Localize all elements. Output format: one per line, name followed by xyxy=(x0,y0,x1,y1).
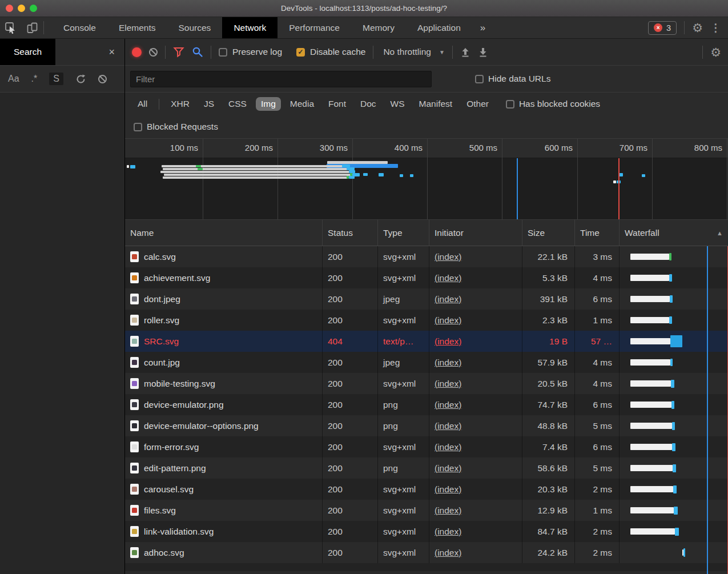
column-header-status[interactable]: Status xyxy=(323,220,378,246)
kebab-menu-icon[interactable]: ⋮ xyxy=(710,21,721,34)
cell-name[interactable]: device-emulator.png xyxy=(125,394,323,415)
error-badge[interactable]: × 3 xyxy=(648,21,677,35)
cell-name[interactable]: device-emulator--options.png xyxy=(125,415,323,436)
initiator-link[interactable]: (index) xyxy=(435,315,461,326)
cell-name[interactable]: dont.jpeg xyxy=(125,288,323,310)
network-settings-gear-icon[interactable]: ⚙ xyxy=(710,46,721,58)
cell-name[interactable]: adhoc.svg xyxy=(125,542,323,563)
throttling-select[interactable]: No throttling ▼ xyxy=(383,47,444,57)
filter-chip-doc[interactable]: Doc xyxy=(355,97,381,111)
initiator-link[interactable]: (index) xyxy=(435,252,461,262)
tab-elements[interactable]: Elements xyxy=(107,17,167,38)
tab-console[interactable]: Console xyxy=(52,17,107,38)
filter-funnel-icon[interactable] xyxy=(173,47,184,58)
filter-chip-js[interactable]: JS xyxy=(199,97,219,111)
cell-name[interactable]: calc.svg xyxy=(125,246,323,267)
cell-name[interactable]: link-validation.svg xyxy=(125,521,323,542)
request-row[interactable]: files.svg200svg+xml(index)12.9 kB1 ms xyxy=(125,500,728,521)
initiator-link[interactable]: (index) xyxy=(435,527,461,537)
request-row[interactable]: achievement.svg200svg+xml(index)5.3 kB4 … xyxy=(125,267,728,288)
filter-chip-all[interactable]: All xyxy=(132,97,152,111)
column-header-size[interactable]: Size xyxy=(522,220,575,246)
initiator-link[interactable]: (index) xyxy=(435,336,461,347)
cell-name[interactable]: files.svg xyxy=(125,500,323,521)
cell-name[interactable]: roller.svg xyxy=(125,310,323,331)
column-header-time[interactable]: Time xyxy=(575,220,620,246)
cell-name[interactable]: mobile-testing.svg xyxy=(125,373,323,394)
close-window-button[interactable] xyxy=(6,5,13,12)
tab-network[interactable]: Network xyxy=(222,17,277,38)
disable-cache-checkbox[interactable] xyxy=(296,48,305,57)
initiator-link[interactable]: (index) xyxy=(435,484,461,495)
export-har-icon[interactable] xyxy=(478,47,488,58)
request-row[interactable]: roller.svg200svg+xml(index)2.3 kB1 ms xyxy=(125,310,728,331)
zoom-window-button[interactable] xyxy=(30,5,37,12)
initiator-link[interactable]: (index) xyxy=(435,463,461,473)
request-row[interactable]: form-error.svg200svg+xml(index)7.4 kB6 m… xyxy=(125,436,728,457)
cell-name[interactable]: SRC.svg xyxy=(125,331,323,352)
settings-gear-icon[interactable]: ⚙ xyxy=(692,22,703,34)
column-header-waterfall[interactable]: Waterfall ▲ xyxy=(620,220,728,246)
initiator-link[interactable]: (index) xyxy=(435,273,461,283)
search-icon[interactable] xyxy=(192,46,203,58)
cell-name[interactable]: count.jpg xyxy=(125,352,323,373)
request-row[interactable]: link-validation.svg200svg+xml(index)84.7… xyxy=(125,521,728,542)
tab-sources[interactable]: Sources xyxy=(167,17,223,38)
search-scope-toggle[interactable]: S xyxy=(49,73,63,85)
request-row[interactable]: count.jpg200jpeg(index)57.9 kB4 ms xyxy=(125,352,728,373)
network-overview[interactable]: 100 ms200 ms300 ms400 ms500 ms600 ms700 … xyxy=(125,139,728,220)
match-case-button[interactable]: Aa xyxy=(8,74,19,84)
request-row[interactable]: SRC.svg404text/p…(index)19 B57 … xyxy=(125,331,728,352)
filter-chip-manifest[interactable]: Manifest xyxy=(414,97,458,111)
hide-data-urls-checkbox[interactable] xyxy=(475,75,484,83)
filter-input[interactable] xyxy=(130,71,432,87)
clear-search-icon[interactable] xyxy=(98,75,107,83)
filter-chip-ws[interactable]: WS xyxy=(385,97,410,111)
request-row[interactable]: carousel.svg200svg+xml(index)20.3 kB2 ms xyxy=(125,479,728,500)
initiator-link[interactable]: (index) xyxy=(435,379,461,389)
search-tab[interactable]: Search xyxy=(0,39,55,65)
refresh-icon[interactable] xyxy=(75,74,86,85)
initiator-link[interactable]: (index) xyxy=(435,442,461,452)
tab-memory[interactable]: Memory xyxy=(351,17,406,38)
request-row[interactable]: adhoc.svg200svg+xml(index)24.2 kB2 ms xyxy=(125,542,728,563)
filter-chip-other[interactable]: Other xyxy=(461,97,494,111)
cell-name[interactable]: carousel.svg xyxy=(125,479,323,500)
column-header-name[interactable]: Name xyxy=(125,220,323,246)
initiator-link[interactable]: (index) xyxy=(435,294,461,304)
record-button[interactable] xyxy=(132,47,142,57)
close-icon[interactable]: × xyxy=(108,46,115,58)
initiator-link[interactable]: (index) xyxy=(435,505,461,516)
regex-button[interactable]: .* xyxy=(31,74,38,84)
request-row[interactable]: device-emulator.png200png(index)74.7 kB6… xyxy=(125,394,728,415)
cell-name[interactable]: form-error.svg xyxy=(125,436,323,457)
more-tabs-button[interactable]: » xyxy=(472,17,493,38)
cell-name[interactable]: achievement.svg xyxy=(125,267,323,288)
filter-chip-css[interactable]: CSS xyxy=(223,97,252,111)
filter-chip-media[interactable]: Media xyxy=(285,97,319,111)
request-row[interactable]: edit-pattern.png200png(index)58.6 kB5 ms xyxy=(125,457,728,479)
filter-chip-img[interactable]: Img xyxy=(256,97,281,111)
device-toolbar-icon[interactable] xyxy=(22,17,43,38)
clear-network-log-icon[interactable] xyxy=(149,48,158,57)
blocked-requests-checkbox[interactable] xyxy=(134,123,142,131)
inspect-element-icon[interactable] xyxy=(0,17,22,38)
filter-chip-xhr[interactable]: XHR xyxy=(166,97,195,111)
initiator-link[interactable]: (index) xyxy=(435,400,461,410)
column-header-initiator[interactable]: Initiator xyxy=(429,220,522,246)
initiator-link[interactable]: (index) xyxy=(435,548,461,558)
tab-performance[interactable]: Performance xyxy=(277,17,351,38)
initiator-link[interactable]: (index) xyxy=(435,421,461,431)
request-row[interactable]: calc.svg200svg+xml(index)22.1 kB3 ms xyxy=(125,246,728,267)
request-row[interactable]: mobile-testing.svg200svg+xml(index)20.5 … xyxy=(125,373,728,394)
preserve-log-checkbox[interactable] xyxy=(219,48,227,57)
request-row[interactable]: dont.jpeg200jpeg(index)391 kB6 ms xyxy=(125,288,728,310)
filter-chip-font[interactable]: Font xyxy=(323,97,351,111)
request-row[interactable]: device-emulator--options.png200png(index… xyxy=(125,415,728,436)
initiator-link[interactable]: (index) xyxy=(435,358,461,368)
cell-name[interactable]: edit-pattern.png xyxy=(125,457,323,479)
tab-application[interactable]: Application xyxy=(406,17,472,38)
minimize-window-button[interactable] xyxy=(18,5,25,12)
import-har-icon[interactable] xyxy=(460,47,470,58)
has-blocked-cookies-checkbox[interactable] xyxy=(506,100,514,109)
